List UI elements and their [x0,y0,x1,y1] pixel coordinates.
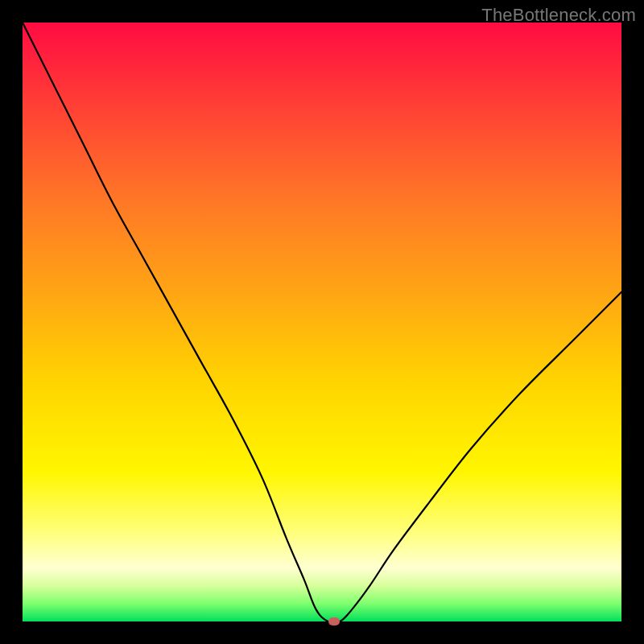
plot-area [23,23,621,621]
minimum-marker [328,617,340,625]
curve-svg [23,23,621,621]
watermark-text: TheBottleneck.com [481,5,636,26]
bottleneck-curve-path [23,23,621,623]
chart-container: TheBottleneck.com [0,0,644,644]
